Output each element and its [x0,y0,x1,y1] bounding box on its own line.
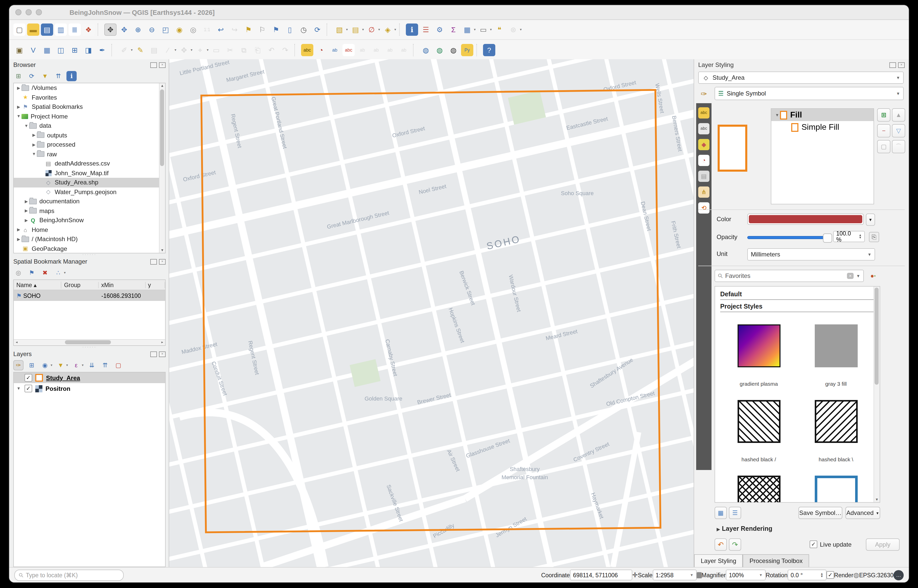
browser-item-deathaddresses-csv[interactable]: ▤deathAddresses.csv [14,159,165,168]
zoom-out-icon[interactable]: ⊖ [146,24,158,36]
panel-resize-grip[interactable]: ······ [13,346,166,349]
help-contents-icon[interactable]: ? [483,44,495,56]
expander-icon[interactable]: ▼ [24,124,29,128]
layer-visibility-checkbox[interactable]: ✓ [24,384,32,393]
add-vector-layer-icon[interactable]: V [27,44,39,56]
add-selected-layer-icon[interactable]: ⊞ [13,71,24,81]
advanced-button[interactable]: Advanced▼ [845,507,880,519]
diagrams-tab-icon[interactable]: ◔ [698,155,709,166]
delete-selected-icon[interactable]: ▭ [210,44,222,56]
delete-bookmark-icon[interactable]: ✖ [40,268,50,278]
import-export-bookmarks-icon[interactable]: ∴ [53,268,63,278]
filter-by-expression-icon[interactable]: ε [71,360,81,370]
paste-features-icon[interactable]: ⎗ [251,44,264,56]
panel-resize-grip[interactable]: ······ [13,254,166,257]
dropdown-arrow-icon[interactable]: ▾ [64,271,66,275]
bookmark-close-icon[interactable]: × [159,259,166,264]
identify-features-icon[interactable]: ℹ [406,24,418,36]
python-console-icon[interactable]: Py [461,44,473,56]
dropdown-arrow-icon[interactable]: ▾ [175,48,176,52]
new-print-layout-icon[interactable]: ▥ [55,24,67,36]
dropdown-arrow-icon[interactable]: ▾ [66,363,68,367]
dropdown-arrow-icon[interactable]: ▾ [50,363,52,367]
open-layer-styling-icon[interactable]: ✑ [13,360,24,370]
style-item-gradient-plasma[interactable]: gradient plasma [720,325,797,387]
add-group-icon[interactable]: ⊞ [27,360,37,370]
browser-item-geopackage[interactable]: ▣GeoPackage [14,244,165,254]
column-header-xmin[interactable]: xMin [99,282,146,288]
redo-style-button[interactable]: ↷ [729,538,741,551]
render-checkbox[interactable]: ✓ [827,571,834,579]
zoom-next-icon[interactable]: ↪ [228,24,241,36]
styling-close-icon[interactable]: × [898,62,905,68]
expander-icon[interactable]: ▶ [16,105,21,109]
browser-item-project-home[interactable]: ▼Project Home [14,111,165,121]
dropdown-arrow-icon[interactable]: ▾ [207,48,209,52]
dropdown-arrow-icon[interactable]: ▾ [378,27,380,32]
dropdown-arrow-icon[interactable]: ▾ [490,27,492,32]
select-by-location-icon[interactable]: ◈ [382,24,394,36]
expander-icon[interactable]: ▶ [24,209,29,213]
select-by-value-icon[interactable]: ▤ [350,24,362,36]
dropdown-arrow-icon[interactable]: ▾ [474,27,476,32]
style-item-hashed-black-X[interactable]: hashed black X [720,476,797,503]
save-symbol-button[interactable]: Save Symbol… [798,507,842,519]
browser-item-maps[interactable]: ▶maps [14,206,165,216]
show-hide-labels-icon[interactable]: ab [356,44,369,56]
new-shapefile-layer-icon[interactable]: ✒ [96,44,108,56]
map-canvas[interactable]: Margaret StreetLittle Portland StreetOxf… [169,59,694,567]
tab-processing-toolbox[interactable]: Processing Toolbox [743,554,810,567]
3d-view-tab-icon[interactable]: ◆ [698,139,709,150]
expander-icon[interactable]: ▶ [16,86,21,90]
browser-item-outputs[interactable]: ▶outputs [14,131,165,140]
zoom-in-icon[interactable]: ⊕ [132,24,144,36]
browser-item-processed[interactable]: ▶processed [14,140,165,149]
statistical-summary-icon[interactable]: Σ [447,24,460,36]
dropdown-arrow-icon[interactable]: ▾ [520,27,521,32]
clear-search-icon[interactable]: × [847,273,854,279]
layer-rendering-section[interactable]: ▶ Layer Rendering [717,525,772,532]
search-dropdown-icon[interactable]: ▼ [856,273,860,278]
color-dropdown-button[interactable]: ▼ [866,213,875,226]
crs-indicator[interactable]: EPSG:32630 [859,572,894,578]
symbology-tab[interactable]: ✑ [697,87,711,100]
add-delimited-text-layer-icon[interactable]: ⊞ [68,44,81,56]
locator-field[interactable]: ⚲ Type to locate (⌘K) [14,569,124,581]
metasearch-search-icon[interactable]: ◍ [434,44,446,56]
refresh-browser-icon[interactable]: ⟳ [27,71,37,81]
expander-icon[interactable]: ▶ [16,237,21,242]
manage-map-themes-icon[interactable]: ◉ [40,360,50,370]
unit-combo[interactable]: Millimeters ▼ [747,248,875,260]
filter-browser-icon[interactable]: ▼ [40,71,50,81]
browser-item-john-snow-map-tif[interactable]: John_Snow_Map.tif [14,168,165,178]
toggle-editing-icon[interactable]: ✎ [134,44,146,56]
renderer-combo[interactable]: ☰ Single Symbol ▼ [714,87,904,100]
browser-item-data[interactable]: ▼data [14,121,165,131]
messages-icon[interactable]: … [894,570,904,580]
zoom-to-selection-icon[interactable]: ◉ [173,24,186,36]
lock-color-button[interactable]: ⌒ [892,140,905,153]
layer-item-positron[interactable]: ▼✓Positron [14,383,165,394]
live-update-control[interactable]: ✓ Live update [810,541,852,548]
elevation-tab-icon[interactable]: ▤ [698,171,709,182]
vertex-tool-icon[interactable]: ⌖ [194,44,206,56]
save-edits-icon[interactable]: ▤ [148,44,160,56]
rotation-field[interactable]: 0.0 °▲▼ [788,570,827,580]
move-down-button[interactable]: ▽ [892,124,905,137]
new-spatial-bookmark-icon[interactable]: ⚑ [242,24,254,36]
deselect-all-icon[interactable]: ∅ [366,24,378,36]
dropdown-arrow-icon[interactable]: ▾ [191,48,193,52]
opacity-slider[interactable] [747,236,828,239]
dropdown-arrow-icon[interactable]: ▾ [82,363,84,367]
history-tab-icon[interactable]: ⟲ [698,202,709,213]
collapse-all-icon[interactable]: ⇈ [53,71,63,81]
bookmark-row-soho[interactable]: ⚑ SOHO-16086.293100 [14,290,165,301]
symbol-layer-simple-fill[interactable]: Simple Fill [771,121,874,133]
lock-scale-icon[interactable] [696,572,701,578]
show-spatial-bookmarks-icon[interactable]: ⚐ [256,24,268,36]
browser-float-icon[interactable] [150,62,157,68]
new-bookmark-extent-icon[interactable]: ⚑ [270,24,282,36]
layer-properties-icon[interactable]: ℹ [66,71,77,81]
attributes-tab-icon[interactable]: ⋔ [698,186,709,198]
zoom-full-icon[interactable]: ◰ [159,24,172,36]
